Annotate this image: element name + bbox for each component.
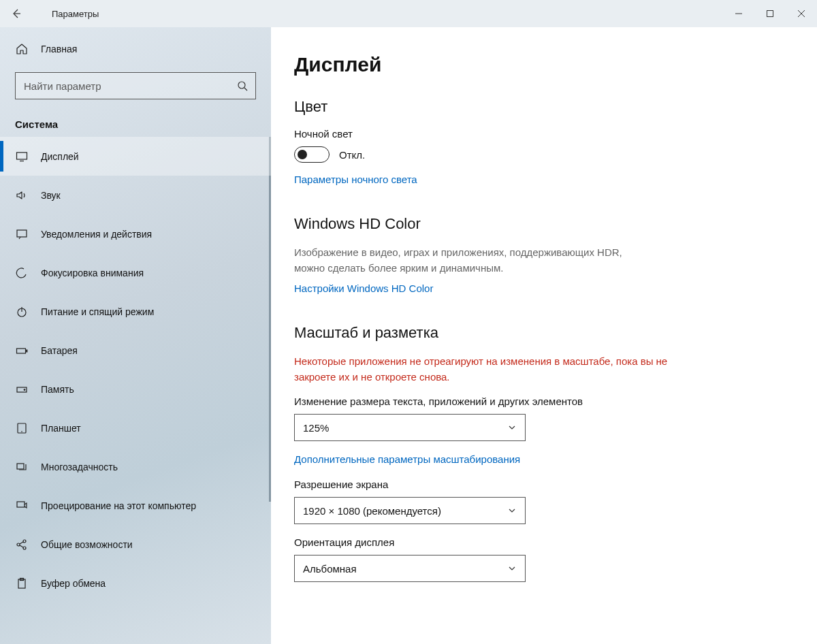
sidebar-item-label: Память: [41, 384, 74, 395]
text-size-combobox[interactable]: 125%: [294, 414, 526, 441]
sidebar-item-project[interactable]: Проецирование на этот компьютер: [0, 486, 271, 525]
scale-warning: Некоторые приложения не отреагируют на и…: [294, 354, 675, 385]
shared-icon: [15, 538, 29, 551]
sidebar-item-tablet[interactable]: Планшет: [0, 408, 271, 447]
sidebar-category-label: Система: [0, 103, 271, 137]
svg-rect-2: [17, 152, 27, 159]
text-size-label: Изменение размера текста, приложений и д…: [294, 396, 797, 407]
sidebar-item-focus[interactable]: Фокусировка внимания: [0, 253, 271, 292]
resolution-combobox[interactable]: 1920 × 1080 (рекомендуется): [294, 497, 526, 524]
svg-point-12: [17, 543, 20, 546]
tablet-icon: [15, 421, 29, 435]
night-light-settings-link[interactable]: Параметры ночного света: [294, 174, 417, 185]
window-controls: [723, 0, 817, 27]
sidebar-item-display[interactable]: Дисплей: [0, 137, 271, 176]
storage-icon: [15, 383, 29, 396]
minimize-icon: [735, 10, 743, 18]
sidebar-item-label: Дисплей: [41, 151, 79, 162]
arrow-left-icon: [11, 8, 22, 19]
sidebar: Главная Система Дисплей: [0, 27, 271, 644]
close-icon: [797, 10, 805, 18]
svg-point-13: [23, 540, 26, 543]
sidebar-item-storage[interactable]: Память: [0, 370, 271, 408]
sidebar-item-notifications[interactable]: Уведомления и действия: [0, 214, 271, 253]
advanced-scaling-link[interactable]: Дополнительные параметры масштабирования: [294, 453, 520, 465]
sidebar-item-clipboard[interactable]: Буфер обмена: [0, 564, 271, 602]
sidebar-item-label: Буфер обмена: [41, 578, 106, 589]
sidebar-nav-list: Дисплей Звук Уведомления и действия: [0, 137, 271, 602]
svg-rect-5: [17, 349, 26, 353]
main-panel: Дисплей Цвет Ночной свет Откл. Параметры…: [271, 27, 817, 644]
battery-icon: [15, 344, 29, 357]
hdcolor-description: Изображение в видео, играх и приложениях…: [294, 245, 655, 276]
multitask-icon: [15, 460, 29, 474]
maximize-icon: [766, 10, 774, 18]
svg-rect-11: [17, 502, 25, 507]
sidebar-item-label: Проецирование на этот компьютер: [41, 500, 196, 511]
svg-rect-0: [767, 11, 773, 17]
text-size-value: 125%: [303, 422, 329, 434]
power-icon: [15, 305, 29, 319]
sidebar-item-label: Питание и спящий режим: [41, 306, 154, 317]
orientation-value: Альбомная: [303, 563, 357, 575]
focus-icon: [15, 266, 29, 280]
sidebar-item-label: Батарея: [41, 345, 78, 356]
night-light-state: Откл.: [339, 149, 365, 161]
display-icon: [15, 150, 29, 163]
search-box[interactable]: [15, 72, 256, 99]
sidebar-item-label: Фокусировка внимания: [41, 268, 144, 278]
search-icon: [236, 80, 249, 92]
svg-point-8: [24, 389, 25, 390]
sidebar-item-sound[interactable]: Звук: [0, 176, 271, 214]
sidebar-item-power[interactable]: Питание и спящий режим: [0, 292, 271, 331]
close-button[interactable]: [786, 0, 817, 27]
clipboard-icon: [15, 577, 29, 590]
titlebar: Параметры: [0, 0, 817, 27]
night-light-label: Ночной свет: [294, 128, 797, 140]
section-title-color: Цвет: [294, 98, 797, 116]
sidebar-home-label: Главная: [41, 44, 77, 54]
sidebar-item-label: Многозадачность: [41, 462, 118, 472]
hdcolor-settings-link[interactable]: Настройки Windows HD Color: [294, 283, 433, 294]
svg-rect-6: [26, 350, 27, 352]
section-title-scale: Масштаб и разметка: [294, 324, 797, 342]
sidebar-home[interactable]: Главная: [0, 30, 271, 68]
sidebar-item-shared[interactable]: Общие возможности: [0, 525, 271, 564]
window-title: Параметры: [52, 9, 99, 19]
home-icon: [15, 42, 29, 56]
sidebar-item-multitask[interactable]: Многозадачность: [0, 447, 271, 486]
svg-rect-3: [17, 230, 27, 237]
resolution-value: 1920 × 1080 (рекомендуется): [303, 505, 441, 517]
section-title-hdcolor: Windows HD Color: [294, 215, 797, 233]
sidebar-item-label: Звук: [41, 190, 61, 201]
orientation-combobox[interactable]: Альбомная: [294, 555, 526, 582]
chevron-down-icon: [507, 423, 517, 432]
chevron-down-icon: [507, 564, 517, 573]
chevron-down-icon: [507, 506, 517, 515]
svg-point-1: [238, 82, 245, 88]
sidebar-item-battery[interactable]: Батарея: [0, 331, 271, 370]
resolution-label: Разрешение экрана: [294, 479, 797, 490]
sound-icon: [15, 189, 29, 202]
back-button[interactable]: [0, 0, 33, 27]
minimize-button[interactable]: [723, 0, 754, 27]
night-light-toggle[interactable]: [294, 146, 330, 163]
sidebar-item-label: Планшет: [41, 423, 81, 434]
sidebar-item-label: Уведомления и действия: [41, 229, 152, 240]
project-icon: [15, 499, 29, 513]
sidebar-item-label: Общие возможности: [41, 539, 133, 550]
orientation-label: Ориентация дисплея: [294, 536, 797, 548]
search-input[interactable]: [24, 80, 236, 92]
maximize-button[interactable]: [754, 0, 786, 27]
notifications-icon: [15, 227, 29, 241]
toggle-knob: [298, 150, 307, 159]
svg-rect-10: [17, 464, 24, 469]
page-title: Дисплей: [294, 53, 797, 76]
svg-point-14: [23, 547, 26, 549]
